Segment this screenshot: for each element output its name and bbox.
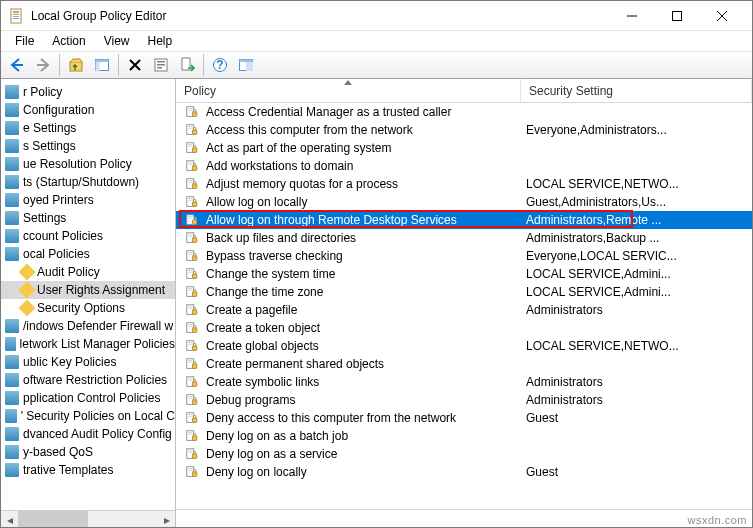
policy-row[interactable]: Change the time zoneLOCAL SERVICE,Admini… (176, 283, 752, 301)
delete-button[interactable] (123, 53, 147, 77)
svg-rect-75 (192, 346, 196, 350)
tree-item[interactable]: trative Templates (1, 461, 175, 479)
svg-rect-98 (188, 452, 192, 453)
tree-item[interactable]: r Policy (1, 83, 175, 101)
tree-item[interactable]: /indows Defender Firewall w (1, 317, 175, 335)
tree-item[interactable]: ' Security Policies on Local C (1, 407, 175, 425)
policy-row[interactable]: Allow log on locallyGuest,Administrators… (176, 193, 752, 211)
tree-item[interactable]: ccount Policies (1, 227, 175, 245)
policy-row[interactable]: Change the system timeLOCAL SERVICE,Admi… (176, 265, 752, 283)
svg-rect-59 (192, 274, 196, 278)
policy-row[interactable]: Create a pagefileAdministrators (176, 301, 752, 319)
menu-action[interactable]: Action (44, 32, 93, 50)
folder-icon (5, 319, 19, 333)
policy-value: Everyone,LOCAL SERVIC... (520, 249, 752, 263)
tree-horizontal-scrollbar[interactable]: ◂▸ (1, 510, 175, 527)
main-split: r PolicyConfiguratione Settingss Setting… (1, 79, 752, 527)
close-button[interactable] (699, 1, 744, 30)
up-button[interactable] (64, 53, 88, 77)
scrollbar-thumb[interactable] (18, 511, 88, 527)
svg-rect-43 (192, 202, 196, 206)
policy-row[interactable]: Adjust memory quotas for a processLOCAL … (176, 175, 752, 193)
maximize-button[interactable] (654, 1, 699, 30)
policy-name: Create a token object (206, 321, 520, 335)
tree-pane[interactable]: r PolicyConfiguratione Settingss Setting… (1, 79, 176, 527)
scroll-left-icon[interactable]: ◂ (1, 511, 18, 527)
export-button[interactable] (175, 53, 199, 77)
policy-icon (184, 356, 200, 372)
policy-row[interactable]: Access this computer from the networkEve… (176, 121, 752, 139)
menu-help[interactable]: Help (140, 32, 181, 50)
tree-item[interactable]: Security Options (1, 299, 175, 317)
minimize-button[interactable] (609, 1, 654, 30)
policy-row[interactable]: Add workstations to domain (176, 157, 752, 175)
tree-item-label: letwork List Manager Policies (20, 337, 175, 351)
col-security[interactable]: Security Setting (521, 79, 752, 102)
back-button[interactable] (5, 53, 29, 77)
tree-item[interactable]: oftware Restriction Policies (1, 371, 175, 389)
policy-row[interactable]: Create permanent shared objects (176, 355, 752, 373)
policy-row[interactable]: Allow log on through Remote Desktop Serv… (176, 211, 752, 229)
tree-item[interactable]: y-based QoS (1, 443, 175, 461)
properties-button[interactable] (149, 53, 173, 77)
policy-list[interactable]: Access Credential Manager as a trusted c… (176, 103, 752, 509)
tree-item-label: r Policy (23, 85, 62, 99)
svg-rect-93 (188, 432, 192, 433)
tree-item[interactable]: Audit Policy (1, 263, 175, 281)
refresh-button[interactable] (234, 53, 258, 77)
policy-value: Administrators (520, 303, 752, 317)
folder-icon (5, 355, 19, 369)
show-hide-tree-button[interactable] (90, 53, 114, 77)
policy-name: Debug programs (206, 393, 520, 407)
scroll-right-icon[interactable]: ▸ (158, 511, 175, 527)
policy-row[interactable]: Access Credential Manager as a trusted c… (176, 103, 752, 121)
tree-item[interactable]: ocal Policies (1, 245, 175, 263)
policy-row[interactable]: Bypass traverse checkingEveryone,LOCAL S… (176, 247, 752, 265)
folder-icon (5, 337, 16, 351)
svg-rect-102 (188, 470, 192, 471)
policy-name: Access Credential Manager as a trusted c… (206, 105, 520, 119)
tree-item[interactable]: letwork List Manager Policies (1, 335, 175, 353)
menu-file[interactable]: File (7, 32, 42, 50)
tree-item-label: ' Security Policies on Local C (21, 409, 175, 423)
policy-row[interactable]: Back up files and directoriesAdministrat… (176, 229, 752, 247)
tree-item-label: s Settings (23, 139, 76, 153)
folder-icon (5, 175, 19, 189)
tree-item[interactable]: oyed Printers (1, 191, 175, 209)
tree-item[interactable]: dvanced Audit Policy Config (1, 425, 175, 443)
tree-item[interactable]: Settings (1, 209, 175, 227)
policy-row[interactable]: Deny access to this computer from the ne… (176, 409, 752, 427)
svg-rect-99 (192, 454, 196, 458)
help-button[interactable]: ? (208, 53, 232, 77)
menu-view[interactable]: View (96, 32, 138, 50)
policy-row[interactable]: Deny log on as a service (176, 445, 752, 463)
forward-button[interactable] (31, 53, 55, 77)
svg-rect-9 (96, 62, 100, 71)
policy-row[interactable]: Create symbolic linksAdministrators (176, 373, 752, 391)
policy-name: Allow log on locally (206, 195, 520, 209)
svg-rect-54 (188, 254, 192, 255)
policy-row[interactable]: Create global objectsLOCAL SERVICE,NETWO… (176, 337, 752, 355)
tree-item[interactable]: ublic Key Policies (1, 353, 175, 371)
policy-row[interactable]: Debug programsAdministrators (176, 391, 752, 409)
svg-rect-90 (188, 416, 192, 417)
svg-rect-66 (188, 308, 192, 309)
folder-icon (5, 463, 19, 477)
policy-row[interactable]: Create a token object (176, 319, 752, 337)
policy-row[interactable]: Act as part of the operating system (176, 139, 752, 157)
tree-item[interactable]: ue Resolution Policy (1, 155, 175, 173)
tree-item[interactable]: s Settings (1, 137, 175, 155)
tree-item-label: oyed Printers (23, 193, 94, 207)
tree-item[interactable]: Configuration (1, 101, 175, 119)
tree-item[interactable]: e Settings (1, 119, 175, 137)
policy-row[interactable]: Deny log on locallyGuest (176, 463, 752, 481)
policy-icon (184, 122, 200, 138)
tree-item[interactable]: User Rights Assignment (1, 281, 175, 299)
tree-item[interactable]: pplication Control Policies (1, 389, 175, 407)
policy-name: Create symbolic links (206, 375, 520, 389)
tree-item[interactable]: ts (Startup/Shutdown) (1, 173, 175, 191)
folder-icon (5, 247, 19, 261)
tree-item-label: ue Resolution Policy (23, 157, 132, 171)
col-policy[interactable]: Policy (176, 79, 521, 102)
policy-row[interactable]: Deny log on as a batch job (176, 427, 752, 445)
